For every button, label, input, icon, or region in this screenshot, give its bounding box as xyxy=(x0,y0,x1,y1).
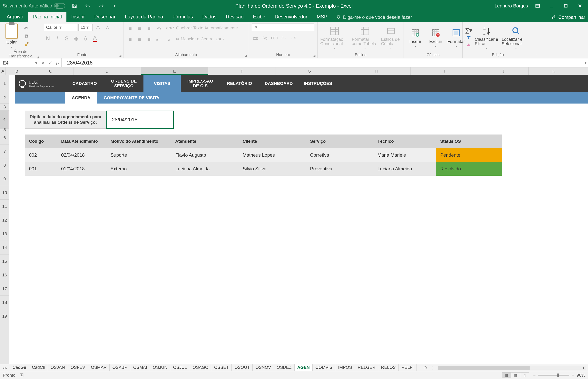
menu-tab-fórmulas[interactable]: Fórmulas xyxy=(168,12,198,22)
table-row[interactable]: 001 01/04/2018 Externo Luciana Almeida S… xyxy=(25,162,502,176)
maximize-icon[interactable] xyxy=(561,1,570,10)
menu-tab-exibir[interactable]: Exibir xyxy=(248,12,270,22)
find-select-button[interactable]: Localizar e Selecionar▾ xyxy=(502,26,530,50)
row-header[interactable]: 1 xyxy=(0,75,9,92)
percent-icon[interactable]: % xyxy=(261,34,269,42)
cell-styles-button[interactable]: Estilos de Célula▾ xyxy=(381,26,401,50)
font-name-combo[interactable]: Calibri▾ xyxy=(44,24,77,31)
row-header[interactable]: 8 xyxy=(0,158,9,172)
underline-icon[interactable]: S xyxy=(63,34,71,42)
column-header[interactable]: D xyxy=(74,67,141,75)
zoom-level[interactable]: 90% xyxy=(577,373,585,378)
scrollbar-thumb[interactable] xyxy=(438,366,530,370)
merge-center-button[interactable]: ⇔ Mesclar e Centralizar ▾ xyxy=(176,36,224,42)
zoom-in-icon[interactable]: + xyxy=(572,373,574,378)
align-middle-icon[interactable]: ≡ xyxy=(136,25,143,32)
name-box[interactable]: E4 ▾ xyxy=(0,58,39,67)
clear-icon[interactable] xyxy=(465,42,472,48)
increase-indent-icon[interactable]: ⇥ xyxy=(164,36,172,44)
row-header[interactable]: 6 xyxy=(0,131,9,145)
wrap-text-button[interactable]: ab↵ Quebrar Texto Automaticamente xyxy=(166,26,238,31)
sheet-tab-osout[interactable]: OSOUT xyxy=(232,364,253,371)
sheet-tab-osago[interactable]: OSAGO xyxy=(190,364,212,371)
row-header[interactable]: 18 xyxy=(0,296,9,309)
tab-nav-arrows[interactable]: ◂▸ xyxy=(0,365,10,370)
font-color-icon[interactable]: A xyxy=(91,34,99,42)
row-header[interactable]: 13 xyxy=(0,227,9,241)
sheet-tab-osset[interactable]: OSSET xyxy=(211,364,232,371)
horizontal-scrollbar[interactable]: ◂ ▸ xyxy=(437,366,586,370)
dialog-launcher-icon[interactable]: ◢ xyxy=(244,54,247,57)
formula-input[interactable]: 28/04/2018 xyxy=(62,58,583,67)
dialog-launcher-icon[interactable]: ◢ xyxy=(313,54,315,57)
row-header[interactable]: 11 xyxy=(0,200,9,213)
subnav-agenda[interactable]: AGENDA xyxy=(65,92,97,104)
tabs-more[interactable]: ... ⊕ xyxy=(417,365,429,370)
menu-tab-inserir[interactable]: Inserir xyxy=(66,12,89,22)
sheet-tab-cadge[interactable]: CadGe xyxy=(10,364,29,371)
fx-icon[interactable]: fx xyxy=(56,60,59,65)
conditional-formatting-button[interactable]: Formatação Condicional▾ xyxy=(320,26,349,50)
row-header[interactable]: 10 xyxy=(0,186,9,200)
column-header[interactable]: I xyxy=(411,67,478,75)
column-header[interactable]: C xyxy=(28,67,74,75)
align-bottom-icon[interactable]: ≡ xyxy=(145,25,153,32)
decrease-decimal-icon[interactable]: ←.0 xyxy=(289,34,297,42)
save-icon[interactable] xyxy=(71,2,78,10)
redo-icon[interactable] xyxy=(97,2,105,10)
cells-canvas[interactable]: LUZ Planilhas Empresariais CADASTRO ORDE… xyxy=(9,75,588,364)
fill-color-icon[interactable] xyxy=(81,34,89,42)
sheet-tab-osjul[interactable]: OSJUL xyxy=(170,364,190,371)
cancel-formula-icon[interactable]: ✕ xyxy=(41,60,45,66)
sheet-tab-relger[interactable]: RELGER xyxy=(355,364,378,371)
fill-icon[interactable] xyxy=(465,35,472,41)
borders-icon[interactable]: ▦ xyxy=(72,34,80,42)
view-normal-icon[interactable]: ▦ xyxy=(502,372,511,378)
menu-tab-dados[interactable]: Dados xyxy=(198,12,221,22)
comma-style-icon[interactable]: 000 xyxy=(270,34,278,42)
sort-filter-button[interactable]: AZ Classificar e Filtrar▾ xyxy=(475,26,499,50)
cut-icon[interactable]: ✂ xyxy=(23,25,30,31)
increase-decimal-icon[interactable]: .0→ xyxy=(280,34,288,42)
row-header[interactable]: 7 xyxy=(0,145,9,158)
nav-visitas[interactable]: VISITAS xyxy=(143,75,181,92)
table-row[interactable]: 002 02/04/2018 Suporte Flavio Augusto Ma… xyxy=(25,148,502,162)
sheet-tab-osfev[interactable]: OSFEV xyxy=(68,364,88,371)
column-header[interactable]: F xyxy=(208,67,276,75)
accounting-format-icon[interactable] xyxy=(252,34,260,42)
expand-formula-bar-icon[interactable]: ▾ xyxy=(583,58,588,67)
zoom-slider[interactable] xyxy=(538,375,569,376)
format-cells-button[interactable]: Formatar▾ xyxy=(447,27,465,48)
format-as-table-button[interactable]: Formatar como Tabela▾ xyxy=(352,26,378,50)
sheet-tab-osnov[interactable]: OSNOV xyxy=(253,364,274,371)
nav-dashboard[interactable]: DASHBOARD xyxy=(259,75,298,92)
row-header[interactable]: 15 xyxy=(0,254,9,268)
minimize-icon[interactable] xyxy=(547,1,556,10)
decrease-font-icon[interactable]: A xyxy=(104,24,111,31)
sheet-tab-cadcli[interactable]: CadCli xyxy=(29,364,48,371)
row-header[interactable]: 12 xyxy=(0,213,9,227)
menu-tab-desenvolvedor[interactable]: Desenvolvedor xyxy=(270,12,312,22)
tell-me-search[interactable]: Diga-me o que você deseja fazer xyxy=(336,15,412,22)
sheet-tab-comvis[interactable]: COMVIS xyxy=(313,364,335,371)
nav-instrucoes[interactable]: INSTRUÇÕES xyxy=(298,75,338,92)
nav-relatorio[interactable]: RELATÓRIO xyxy=(220,75,259,92)
paste-button[interactable]: Colar ▾ xyxy=(3,24,20,49)
bold-icon[interactable]: N xyxy=(44,34,52,42)
sheet-tab-relfi[interactable]: RELFI xyxy=(399,364,417,371)
menu-tab-revisão[interactable]: Revisão xyxy=(221,12,248,22)
macro-record-icon[interactable] xyxy=(19,373,24,378)
filter-date-input[interactable]: 28/04/2018 xyxy=(106,111,174,129)
scroll-right-icon[interactable]: ▸ xyxy=(582,366,586,370)
qat-customize-icon[interactable]: ▾ xyxy=(110,2,118,10)
zoom-out-icon[interactable]: − xyxy=(533,373,536,378)
undo-icon[interactable] xyxy=(84,2,92,10)
align-top-icon[interactable]: ≡ xyxy=(126,25,134,32)
decrease-indent-icon[interactable]: ⇤ xyxy=(155,36,162,44)
subnav-comprovante[interactable]: COMPROVANTE DE VISITA xyxy=(97,92,166,104)
sheet-tab-relos[interactable]: RELOS xyxy=(378,364,399,371)
column-header[interactable]: G xyxy=(276,67,343,75)
align-left-icon[interactable]: ≡ xyxy=(126,36,134,44)
menu-tab-página-inicial[interactable]: Página Inicial xyxy=(28,12,67,22)
autosum-icon[interactable]: ∑▾ xyxy=(465,27,472,33)
